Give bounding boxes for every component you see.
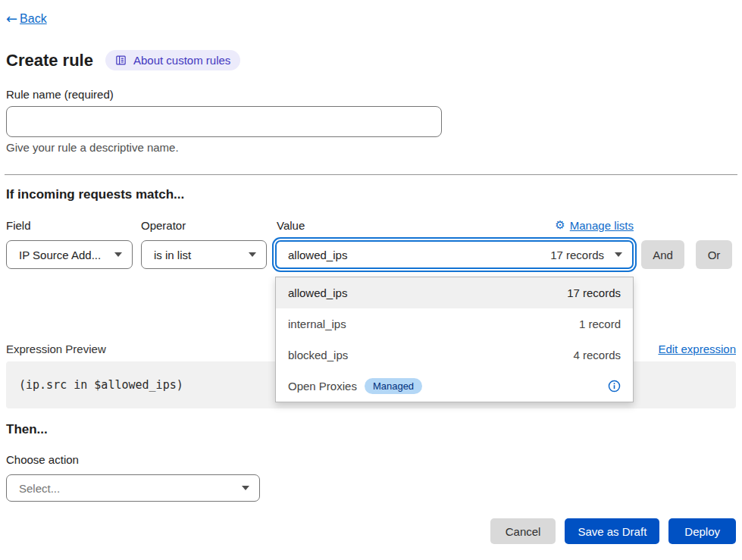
info-icon[interactable] [608,380,621,393]
about-custom-rules-link[interactable]: About custom rules [105,50,240,70]
or-button[interactable]: Or [696,240,732,269]
chevron-down-icon [249,252,256,257]
cancel-button[interactable]: Cancel [490,518,556,544]
chevron-down-icon [114,252,122,257]
title-row: Create rule About custom rules [6,50,240,70]
list-item-count: 17 records [567,286,621,299]
page-title: Create rule [6,51,93,70]
gear-icon: ⚙ [555,220,565,231]
list-item-name: internal_ips [288,318,346,330]
value-column-label: Value [277,219,305,232]
list-item-count: 1 record [579,318,621,330]
list-item-blocked-ips[interactable]: blocked_ips 4 records [276,339,633,371]
section-divider [5,174,737,175]
back-link-label: Back [20,12,47,26]
chevron-down-icon [615,252,622,257]
managed-badge: Managed [365,378,422,394]
choose-action-label: Choose action [6,453,79,466]
match-section-heading: If incoming requests match... [6,187,184,202]
book-icon [115,55,127,66]
rule-name-input[interactable] [6,106,442,137]
list-dropdown: allowed_ips 17 records internal_ips 1 re… [275,277,634,402]
create-rule-page: ← Back Create rule About custom rules Ru… [0,0,742,560]
value-select-value: allowed_ips [288,249,347,261]
expression-preview-label: Expression Preview [6,343,106,355]
edit-expression-link[interactable]: Edit expression [658,343,736,355]
manage-lists-label: Manage lists [570,219,634,232]
list-item-name: blocked_ips [288,349,348,361]
then-section-heading: Then... [6,422,48,437]
operator-select-value: is in list [154,249,191,261]
manage-lists-link[interactable]: ⚙ Manage lists [555,219,634,232]
field-select[interactable]: IP Source Add... [6,240,133,269]
action-select-placeholder: Select... [19,482,60,495]
about-custom-rules-label: About custom rules [133,54,230,67]
list-item-open-proxies[interactable]: Open Proxies Managed [276,371,633,402]
action-select[interactable]: Select... [6,474,260,502]
chevron-down-icon [242,486,249,490]
back-link[interactable]: ← Back [6,12,47,26]
deploy-button[interactable]: Deploy [668,518,736,544]
list-item-internal-ips[interactable]: internal_ips 1 record [276,308,633,339]
and-button[interactable]: And [641,240,684,269]
list-item-name: allowed_ips [288,286,347,299]
list-item-count: 4 records [573,349,621,361]
field-column-label: Field [6,219,31,232]
list-item-allowed-ips[interactable]: allowed_ips 17 records [276,277,633,308]
operator-column-label: Operator [141,219,186,232]
field-select-value: IP Source Add... [19,249,101,261]
list-item-name: Open Proxies [288,380,357,393]
rule-name-helper: Give your rule a descriptive name. [6,141,179,154]
footer-actions: Cancel Save as Draft Deploy [490,518,736,544]
rule-name-label: Rule name (required) [6,88,114,101]
operator-select[interactable]: is in list [141,240,267,269]
save-as-draft-button[interactable]: Save as Draft [565,518,659,544]
arrow-left-icon: ← [6,12,17,26]
value-select[interactable]: allowed_ips 17 records [275,240,634,269]
value-select-record-count: 17 records [550,249,604,261]
